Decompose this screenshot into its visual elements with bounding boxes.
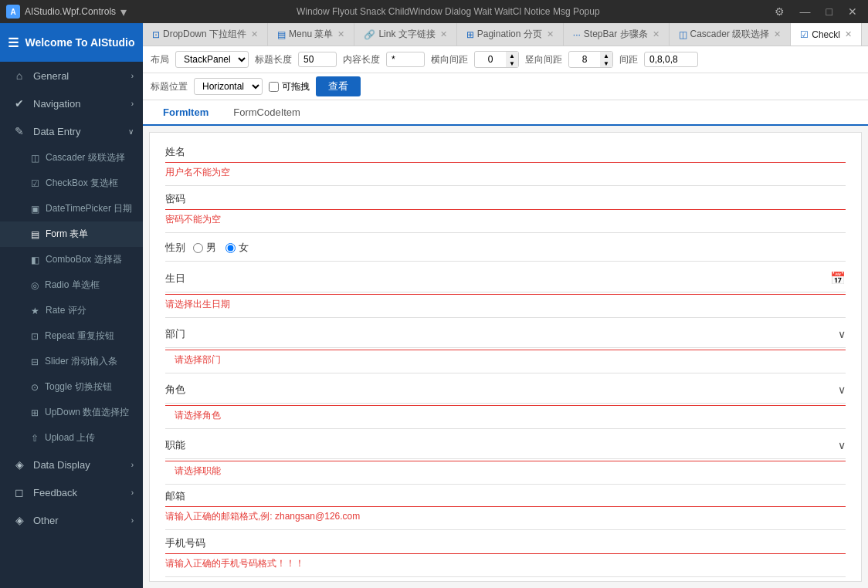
layout-select[interactable]: StackPanel xyxy=(175,51,249,68)
tab-stepbar-close[interactable]: ✕ xyxy=(653,29,659,39)
tab-link-icon: 🔗 xyxy=(364,29,375,40)
chevron-dd: › xyxy=(131,461,134,469)
field-email-error: 请输入正确的邮箱格式,例: zhangsan@126.com xyxy=(165,509,846,526)
content-length-input[interactable] xyxy=(386,52,425,67)
hgap-input[interactable] xyxy=(475,52,506,66)
sidebar-item-updown[interactable]: ⊞ UpDown 数值选择控 xyxy=(0,400,143,425)
field-phone-error: 请输入正确的手机号码格式！！！ xyxy=(165,556,846,573)
gender-radio-male[interactable]: 男 xyxy=(193,241,216,255)
tab-cascader[interactable]: ◫ Cascader 级联选择 ✕ xyxy=(670,23,792,46)
calendar-icon[interactable]: 📅 xyxy=(830,271,846,286)
tab-link-close[interactable]: ✕ xyxy=(440,29,447,39)
vgap-down[interactable]: ▼ xyxy=(600,59,612,67)
hamburger-icon[interactable]: ☰ xyxy=(8,35,19,50)
sidebar-item-toggle[interactable]: ⊙ Toggle 切换按钮 xyxy=(0,374,143,400)
tab-stepbar-icon: ··· xyxy=(573,29,581,40)
draggable-checkbox[interactable] xyxy=(269,82,279,92)
field-email-label: 邮箱 xyxy=(165,485,846,505)
field-role: 角色 ∨ 请选择角色 xyxy=(165,373,846,429)
sidebar-item-cascader[interactable]: ◫ Cascader 级联选择 xyxy=(0,145,143,171)
sidebar-item-form[interactable]: ▤ Form 表单 xyxy=(0,221,143,247)
sidebar-header-label: Welcome To AIStudio xyxy=(25,36,134,49)
app-logo: A xyxy=(6,5,20,19)
role-arrow[interactable]: ∨ xyxy=(838,384,846,396)
tab-pagination-icon: ⊞ xyxy=(466,29,474,40)
sidebar-item-rate[interactable]: ★ Rate 评分 xyxy=(0,298,143,323)
sidebar-item-datetimepicker[interactable]: ▣ DateTimePicker 日期 xyxy=(0,196,143,221)
minimize-button[interactable]: — xyxy=(795,4,815,19)
layout-label: 布局 xyxy=(151,53,169,66)
draggable-checkbox-group: 可拖拽 xyxy=(269,80,310,93)
chevron-ot: › xyxy=(131,516,134,525)
tab-dropdown[interactable]: ⊡ DropDown 下拉组件 ✕ xyxy=(143,23,268,46)
tab-link[interactable]: 🔗 Link 文字链接 ✕ xyxy=(354,23,456,46)
tab-pagination-close[interactable]: ✕ xyxy=(547,29,554,39)
sub-tab-form-item[interactable]: FormItem xyxy=(151,100,221,126)
form-area: 姓名 用户名不能为空 密码 密码不能为空 性别 男 xyxy=(149,132,862,582)
vgap-input[interactable] xyxy=(569,52,600,66)
settings-icon[interactable]: ⚙ xyxy=(770,4,789,19)
gender-radio-female[interactable]: 女 xyxy=(225,241,249,255)
toolbar-row2: 标题位置 Horizontal 可拖拽 查看 xyxy=(143,73,868,100)
spacing-input[interactable] xyxy=(644,52,698,67)
tab-stepbar[interactable]: ··· StepBar 步骤条 ✕ xyxy=(564,23,670,46)
sidebar-item-slider[interactable]: ⊟ Slider 滑动输入条 xyxy=(0,349,143,374)
field-name: 姓名 用户名不能为空 xyxy=(165,140,846,186)
combobox-icon: ◧ xyxy=(31,255,39,265)
sidebar-label-toggle: Toggle 切换按钮 xyxy=(45,380,112,394)
sidebar-item-checkbox[interactable]: ☑ CheckBox 复选框 xyxy=(0,171,143,196)
phone-divider xyxy=(165,553,846,554)
sidebar-item-data-entry[interactable]: ✎ Data Entry ∨ xyxy=(0,117,143,145)
sub-tab-form-code-item[interactable]: FormCodeItem xyxy=(221,100,313,126)
rate-icon: ★ xyxy=(31,306,39,316)
tab-menu-label: Menu 菜单 xyxy=(289,28,333,41)
dept-arrow[interactable]: ∨ xyxy=(838,328,846,340)
title-length-input[interactable] xyxy=(298,52,337,67)
tab-checkbox[interactable]: ☑ Checkl ✕ xyxy=(791,23,862,46)
data-display-icon: ◈ xyxy=(12,458,27,471)
sidebar-item-radio[interactable]: ◎ Radio 单选框 xyxy=(0,272,143,298)
vgap-up[interactable]: ▲ xyxy=(600,52,612,59)
tab-bar: ⊡ DropDown 下拉组件 ✕ ▤ Menu 菜单 ✕ 🔗 Link 文字链… xyxy=(143,23,868,46)
sidebar-item-navigation[interactable]: ✔ Navigation › xyxy=(0,90,143,117)
radio-male-label: 男 xyxy=(206,241,216,255)
sidebar-item-general[interactable]: ⌂ General › xyxy=(0,62,143,90)
title-pos-select[interactable]: Horizontal xyxy=(194,78,263,95)
radio-icon: ◎ xyxy=(31,280,39,291)
sidebar-item-upload[interactable]: ⇧ Upload 上传 xyxy=(0,425,143,451)
tab-pagination[interactable]: ⊞ Pagination 分页 ✕ xyxy=(457,23,564,46)
dropdown-arrow[interactable]: ▾ xyxy=(120,5,127,19)
view-button[interactable]: 查看 xyxy=(316,76,361,96)
hgap-up[interactable]: ▲ xyxy=(506,52,518,59)
dept-placeholder: 请选择部门 xyxy=(165,352,846,370)
spacing-label: 间距 xyxy=(619,53,638,66)
tab-checkbox-close[interactable]: ✕ xyxy=(845,29,852,39)
role-divider xyxy=(165,405,846,406)
pos-arrow[interactable]: ∨ xyxy=(838,439,846,451)
field-role-label: 角色 xyxy=(165,383,185,397)
hgap-down[interactable]: ▼ xyxy=(506,59,518,67)
tab-dropdown-close[interactable]: ✕ xyxy=(251,29,258,39)
field-pos-label: 职能 xyxy=(165,438,185,452)
radio-male[interactable] xyxy=(193,243,203,253)
sidebar-item-repeat[interactable]: ⊡ Repeat 重复按钮 xyxy=(0,323,143,349)
tab-cascader-close[interactable]: ✕ xyxy=(774,29,781,39)
field-dept-label: 部门 xyxy=(165,327,185,341)
sidebar-item-combobox[interactable]: ◧ ComboBox 选择器 xyxy=(0,247,143,272)
maximize-button[interactable]: □ xyxy=(822,4,837,19)
window-controls: ⚙ — □ ✕ xyxy=(770,4,862,19)
tab-menu-close[interactable]: ✕ xyxy=(337,29,344,39)
tab-menu[interactable]: ▤ Menu 菜单 ✕ xyxy=(268,23,354,46)
title-pos-label: 标题位置 xyxy=(151,80,188,93)
close-button[interactable]: ✕ xyxy=(843,4,862,19)
vgap-label: 竖向间距 xyxy=(525,53,562,66)
sidebar-item-feedback[interactable]: ◻ Feedback › xyxy=(0,478,143,506)
field-gender-label: 性别 xyxy=(165,241,185,255)
sidebar-item-data-display[interactable]: ◈ Data Display › xyxy=(0,451,143,478)
radio-female[interactable] xyxy=(225,243,236,253)
sidebar-item-other[interactable]: ◈ Other › xyxy=(0,506,143,534)
sidebar-label-general: General xyxy=(33,70,69,82)
field-birthday-label: 生日 xyxy=(165,272,185,286)
tab-cascader-icon: ◫ xyxy=(679,29,687,40)
radio-female-label: 女 xyxy=(239,241,249,255)
